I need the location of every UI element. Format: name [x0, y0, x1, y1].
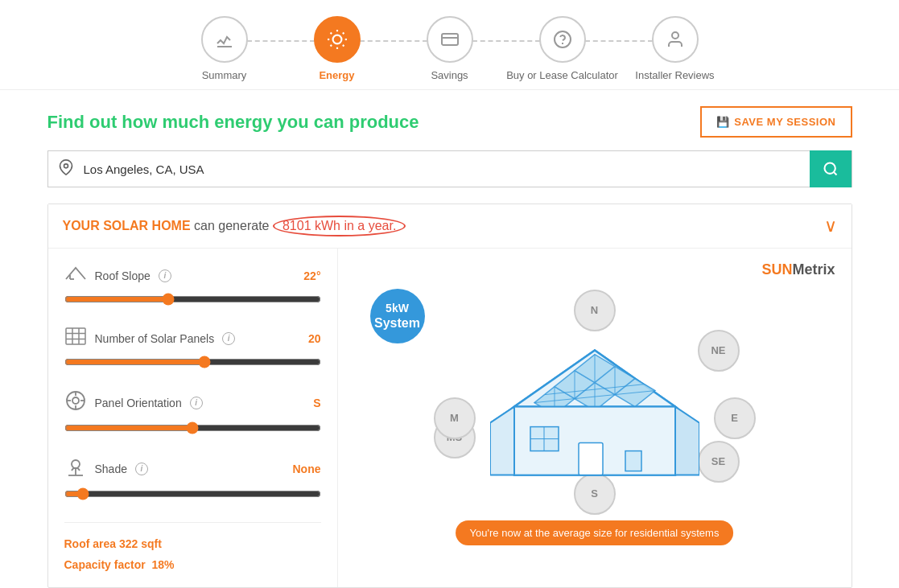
nav-icon-buy-lease — [539, 16, 586, 63]
avg-tooltip-text: You're now at the average size for resid… — [470, 527, 720, 539]
orientation-label-left: Panel Orientation i — [64, 390, 203, 415]
home-label: YOUR SOLAR HOME — [63, 219, 191, 232]
avg-tooltip: You're now at the average size for resid… — [456, 520, 734, 545]
svg-line-9 — [342, 33, 344, 35]
solar-panels-slider[interactable] — [64, 356, 321, 368]
search-button[interactable] — [810, 150, 852, 187]
orientation-slider[interactable] — [64, 421, 321, 434]
orientation-value: S — [313, 397, 320, 409]
direction-NE[interactable]: NE — [698, 330, 740, 372]
capacity-factor-item: Capacity factor 18% — [64, 558, 175, 571]
nav-icon-savings — [427, 16, 473, 63]
sunmetrix-sun: SUN — [761, 261, 792, 278]
capacity-factor-label: Capacity factor — [64, 558, 146, 571]
solar-panels-label: Number of Solar Panels — [95, 332, 215, 345]
save-icon: 💾 — [716, 116, 730, 128]
solar-panels-control: Number of Solar Panels i 20 — [64, 327, 321, 371]
nav-icon-summary — [201, 16, 248, 63]
nav-item-installer[interactable]: Installer Reviews — [619, 16, 732, 81]
location-icon — [48, 159, 84, 179]
roof-area-item: Roof area 322 sqft — [64, 537, 162, 550]
house-diagram: N NE E SE S MS M — [426, 282, 764, 555]
roof-slope-label-row: Roof Slope i 22° — [64, 265, 321, 286]
orientation-info-icon[interactable]: i — [190, 397, 203, 409]
roof-info-row: Roof area 322 sqft — [64, 537, 321, 550]
nav-label-summary: Summary — [202, 69, 247, 81]
nav-item-savings[interactable]: Savings — [394, 16, 506, 81]
roof-slope-info-icon[interactable]: i — [159, 269, 171, 282]
sunmetrix-logo: SUNMetrix — [761, 261, 835, 278]
kwh-value: 8101 kWh in a year. — [273, 216, 406, 236]
solar-panels-label-row: Number of Solar Panels i 20 — [64, 327, 321, 349]
chevron-down-icon[interactable]: ∨ — [824, 216, 837, 236]
svg-line-16 — [833, 172, 836, 175]
nav-item-energy[interactable]: Energy — [281, 16, 394, 81]
hero-title: Find out how much energy you can produce — [47, 112, 419, 133]
shade-value: None — [293, 463, 321, 475]
roof-area-value: 322 sqft — [119, 537, 162, 550]
roof-slope-slider[interactable] — [64, 293, 321, 306]
svg-rect-48 — [579, 442, 603, 475]
nav-icon-energy — [314, 16, 361, 63]
nav-label-installer: Installer Reviews — [635, 69, 714, 81]
nav-label-savings: Savings — [431, 69, 468, 81]
sunmetrix-metrix: Metrix — [792, 261, 835, 278]
visualization-panel: SUNMetrix 5kW System N NE E SE S MS M — [338, 249, 852, 587]
solar-panels-info-icon[interactable]: i — [222, 332, 235, 345]
roof-slope-control: Roof Slope i 22° — [64, 265, 321, 308]
direction-E[interactable]: E — [714, 397, 756, 439]
save-session-label: SAVE MY SESSION — [734, 116, 835, 128]
svg-point-13 — [672, 32, 678, 39]
shade-label-left: Shade i — [64, 456, 148, 481]
roof-area-label: Roof area — [64, 537, 117, 550]
system-badge: 5kW System — [370, 289, 425, 343]
system-kw: 5kW — [386, 301, 409, 315]
panels-icon — [64, 327, 87, 349]
svg-rect-10 — [442, 34, 458, 45]
shade-slider[interactable] — [64, 487, 321, 500]
nav-icon-installer — [652, 16, 699, 63]
capacity-factor-value: 18% — [152, 558, 175, 571]
svg-rect-19 — [66, 328, 85, 344]
system-label: System — [374, 315, 420, 332]
shade-icon — [64, 456, 87, 481]
direction-M[interactable]: M — [434, 397, 476, 439]
svg-point-30 — [72, 460, 80, 468]
svg-marker-53 — [675, 406, 699, 475]
orientation-icon — [64, 390, 87, 415]
shade-info-icon[interactable]: i — [135, 463, 148, 475]
nav-item-buy-lease[interactable]: Buy or Lease Calculator — [506, 16, 619, 81]
svg-point-1 — [332, 35, 341, 44]
search-input[interactable] — [84, 162, 810, 176]
nav-label-energy: Energy — [319, 69, 354, 81]
svg-line-8 — [330, 45, 332, 47]
controls-panel: Roof Slope i 22° — [48, 249, 338, 587]
shade-label-row: Shade i None — [64, 456, 321, 481]
svg-rect-52 — [625, 450, 641, 471]
svg-line-5 — [342, 45, 344, 47]
hero-row: Find out how much energy you can produce… — [47, 106, 852, 138]
shade-control: Shade i None — [64, 456, 321, 503]
orientation-control: Panel Orientation i S — [64, 390, 321, 437]
shade-label: Shade — [95, 463, 127, 475]
roof-slope-label: Roof Slope — [95, 269, 151, 282]
solar-panels-value: 20 — [308, 332, 321, 345]
orientation-label-row: Panel Orientation i S — [64, 390, 321, 415]
roof-slope-label-left: Roof Slope i — [64, 265, 171, 286]
result-card: YOUR SOLAR HOME can generate 8101 kWh in… — [47, 204, 852, 588]
can-generate-text: can generate — [194, 219, 269, 232]
capacity-row: Capacity factor 18% — [64, 558, 321, 571]
direction-SE[interactable]: SE — [698, 441, 740, 483]
solar-panels-label-left: Number of Solar Panels i — [64, 327, 236, 349]
svg-point-14 — [64, 163, 68, 167]
nav-item-summary[interactable]: Summary — [168, 16, 281, 81]
roof-icon — [64, 265, 87, 286]
main-content: Find out how much energy you can produce… — [23, 90, 876, 588]
save-session-button[interactable]: 💾 SAVE MY SESSION — [700, 106, 852, 138]
orientation-label: Panel Orientation — [95, 397, 182, 409]
nav-label-buy-lease: Buy or Lease Calculator — [506, 69, 618, 81]
direction-N[interactable]: N — [574, 290, 616, 331]
top-nav: Summary Energy Savings — [0, 0, 899, 90]
house-svg — [490, 326, 699, 503]
svg-point-25 — [72, 397, 79, 404]
